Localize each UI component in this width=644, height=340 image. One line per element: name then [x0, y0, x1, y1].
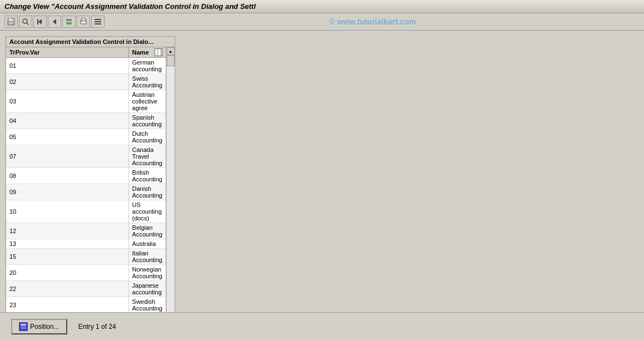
watermark: © www.tutorialkart.com	[106, 17, 640, 26]
prev-button[interactable]	[48, 16, 61, 28]
svg-point-3	[23, 19, 27, 23]
title-bar: Change View "Account Assignment Validati…	[0, 0, 644, 13]
position-btn-label: Position...	[30, 323, 60, 331]
svg-rect-2	[8, 22, 14, 24]
table-title: Account Assignment Validation Control in…	[6, 37, 175, 47]
print-button[interactable]	[77, 16, 90, 28]
cell-trprov: 01	[6, 58, 128, 74]
table-row[interactable]: 15Italian Accounting	[6, 249, 166, 265]
cell-trprov: 08	[6, 168, 128, 184]
table-header-row: TrProv.Var Name	[6, 47, 166, 58]
svg-rect-15	[95, 23, 101, 24]
cell-name: Austrian collective agree	[128, 90, 166, 113]
svg-rect-8	[66, 19, 72, 21]
footer-bar: Position... Entry 1 of 24	[0, 312, 644, 340]
cell-trprov: 15	[6, 249, 128, 265]
table-row[interactable]: 23Swedish Accounting	[6, 297, 166, 313]
svg-marker-7	[53, 19, 56, 24]
svg-rect-18	[21, 327, 26, 328]
back-button[interactable]	[33, 16, 47, 28]
svg-rect-13	[95, 19, 101, 20]
svg-rect-12	[81, 22, 86, 23]
cell-name: German accounting	[128, 58, 166, 74]
cell-trprov: 04	[6, 113, 128, 129]
table-row[interactable]: 04Spanish accounting	[6, 113, 166, 129]
table-row[interactable]: 20Norwegian Accounting	[6, 265, 166, 281]
table-row[interactable]: 08British Accounting	[6, 168, 166, 184]
cell-name: Norwegian Accounting	[128, 265, 166, 281]
cell-name: Belgian Accounting	[128, 223, 166, 239]
main-content: Account Assignment Validation Control in…	[0, 31, 644, 307]
cell-name: Dutch Accounting	[128, 129, 166, 145]
table-row[interactable]: 22Japanese accounting	[6, 281, 166, 297]
cell-trprov: 23	[6, 297, 128, 313]
svg-line-4	[27, 23, 29, 25]
cell-trprov: 05	[6, 129, 128, 145]
scroll-up-button[interactable]: ▲	[167, 47, 175, 55]
svg-rect-16	[21, 324, 26, 326]
table-row[interactable]: 01German accounting	[6, 58, 166, 74]
scroll-thumb[interactable]	[167, 55, 175, 66]
svg-rect-19	[21, 328, 26, 329]
table-body: 01German accounting02Swiss Accounting03A…	[6, 58, 166, 341]
cell-trprov: 12	[6, 223, 128, 239]
table-scroll-area: TrProv.Var Name 01Ge	[6, 47, 166, 340]
col-header-name: Name	[128, 47, 166, 58]
data-table: TrProv.Var Name 01Ge	[6, 47, 166, 340]
svg-rect-11	[82, 18, 85, 21]
svg-rect-1	[9, 18, 12, 21]
table-row[interactable]: 03Austrian collective agree	[6, 90, 166, 113]
cell-name: Danish Accounting	[128, 184, 166, 200]
table-row[interactable]: 09Danish Accounting	[6, 184, 166, 200]
cell-name: Japanese accounting	[128, 281, 166, 297]
title-text: Change View "Account Assignment Validati…	[4, 2, 256, 11]
cell-name: Swiss Accounting	[128, 74, 166, 90]
settings-button[interactable]	[91, 16, 105, 28]
cell-trprov: 10	[6, 200, 128, 223]
cell-trprov: 20	[6, 265, 128, 281]
svg-rect-17	[21, 326, 26, 327]
cell-name: Canada Travel Accounting	[128, 145, 166, 168]
cell-trprov: 02	[6, 74, 128, 90]
cell-name: US accounting (docs)	[128, 200, 166, 223]
table-row[interactable]: 12Belgian Accounting	[6, 223, 166, 239]
cell-name: Italian Accounting	[128, 249, 166, 265]
cell-name: Swedish Accounting	[128, 297, 166, 313]
cell-trprov: 03	[6, 90, 128, 113]
save-button[interactable]	[4, 16, 18, 28]
table-row[interactable]: 05Dutch Accounting	[6, 129, 166, 145]
position-icon	[19, 322, 28, 331]
svg-rect-9	[66, 22, 72, 24]
svg-rect-14	[95, 21, 101, 22]
next-button[interactable]	[62, 16, 76, 28]
svg-rect-6	[37, 19, 38, 24]
svg-marker-5	[38, 19, 42, 24]
table-row[interactable]: 07Canada Travel Accounting	[6, 145, 166, 168]
cell-trprov: 09	[6, 184, 128, 200]
cell-name: British Accounting	[128, 168, 166, 184]
cell-name: Australia	[128, 239, 166, 249]
table-row[interactable]: 13Australia	[6, 239, 166, 249]
cell-name: Spanish accounting	[128, 113, 166, 129]
scroll-track	[167, 55, 175, 340]
cell-trprov: 13	[6, 239, 128, 249]
vertical-scrollbar[interactable]: ▲ ▼	[166, 47, 175, 340]
cell-trprov: 22	[6, 281, 128, 297]
col-header-trprov: TrProv.Var	[6, 47, 128, 58]
entry-info: Entry 1 of 24	[78, 323, 116, 331]
find-button[interactable]	[19, 16, 32, 28]
table-row[interactable]: 02Swiss Accounting	[6, 74, 166, 90]
toolbar: © www.tutorialkart.com	[0, 13, 644, 31]
table-row[interactable]: 10US accounting (docs)	[6, 200, 166, 223]
position-button[interactable]: Position...	[11, 319, 67, 334]
cell-trprov: 07	[6, 145, 128, 168]
grid-settings-icon[interactable]	[155, 48, 162, 56]
table-container: Account Assignment Validation Control in…	[6, 36, 175, 340]
